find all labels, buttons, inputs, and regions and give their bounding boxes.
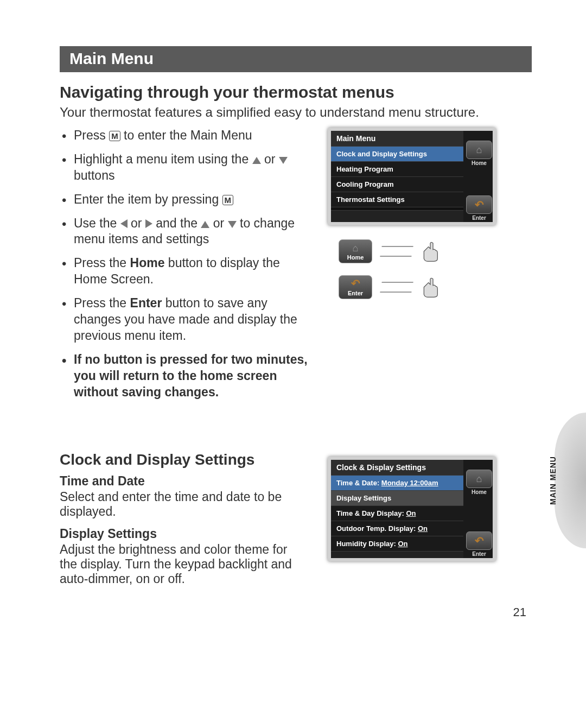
home-button: ⌂ Home (464, 141, 494, 166)
subsection-title: Navigating through your thermostat menus (60, 83, 532, 102)
text: to enter the Main Menu (124, 128, 252, 142)
home-icon: ⌂ (476, 145, 482, 155)
home-button: ⌂ Home (464, 470, 494, 495)
thermostat-main-menu-screenshot: ⌂ Home ↶ Enter Main Menu Clock and Displ… (328, 128, 496, 225)
text: Press the (74, 256, 130, 270)
list-item: Press M to enter the Main Menu (60, 128, 315, 144)
button-label: Enter (472, 551, 486, 557)
value: On (398, 540, 407, 548)
list-item: Use the or and the or to change menu ite… (60, 216, 315, 248)
value: On (406, 509, 416, 517)
motion-lines-icon (380, 246, 413, 257)
enter-button: ↶ Enter (464, 195, 494, 221)
value: On (418, 524, 428, 533)
text: Highlight a menu item using the (74, 152, 252, 166)
label: Outdoor Temp. Display: (336, 524, 418, 533)
button-label: Enter (472, 215, 486, 221)
lead-paragraph: Your thermostat features a simplified ea… (60, 105, 532, 120)
label: Time & Date: (336, 479, 381, 487)
button-label: Home (472, 489, 487, 495)
text: or (213, 216, 228, 230)
text-bold: Home (130, 256, 165, 270)
text: Press the (74, 296, 130, 310)
enter-button-illustration: ↶ Enter (339, 275, 501, 299)
menu-item: Thermostat Settings (331, 192, 463, 207)
menu-subheader: Display Settings (331, 490, 463, 505)
list-item: Enter the item by pressing M (60, 192, 315, 208)
menu-item: Cooling Program (331, 176, 463, 192)
list-item-emphasis: If no button is pressed for two minutes,… (60, 352, 315, 401)
list-item: Press the Enter button to save any chang… (60, 295, 315, 344)
triangle-down-icon (279, 157, 288, 164)
side-thumb-tab: MAIN MENU (555, 413, 586, 548)
text: Use the (74, 216, 120, 230)
triangle-up-icon (201, 221, 209, 228)
pointing-hand-icon (421, 276, 440, 298)
text-column: Clock and Display Settings Time and Date… (60, 424, 315, 594)
menu-item-selected: Time & Date: Monday 12:00am (331, 475, 463, 490)
subsection-heading: Time and Date (60, 474, 315, 489)
button-label: Home (347, 254, 364, 261)
text: buttons (74, 168, 114, 182)
text-bold: Enter (130, 296, 162, 310)
triangle-up-icon (252, 157, 261, 164)
triangle-down-icon (228, 221, 237, 228)
instruction-list: Press M to enter the Main Menu Highlight… (60, 128, 315, 400)
text: and the (156, 216, 201, 230)
manual-page: Main Menu Navigating through your thermo… (0, 0, 586, 728)
section-title: Clock and Display Settings (60, 451, 315, 469)
enter-button-cap: ↶ Enter (339, 275, 372, 299)
home-button-illustration: ⌂ Home (339, 239, 501, 263)
undo-arrow-icon: ↶ (475, 535, 484, 546)
undo-arrow-icon: ↶ (475, 199, 484, 210)
text: Enter the item by pressing (74, 192, 222, 206)
undo-arrow-icon: ↶ (339, 278, 372, 289)
menu-item-selected: Clock and Display Settings (331, 146, 463, 161)
screen-title: Main Menu (331, 131, 463, 146)
clock-display-section: Clock and Display Settings Time and Date… (60, 424, 532, 594)
text: Press (74, 128, 109, 142)
body-text: Select and enter the time and date to be… (60, 490, 298, 519)
list-item: Press the Home button to display the Hom… (60, 255, 315, 288)
footer-row (331, 210, 463, 222)
screen-title: Clock & Display Settings (331, 460, 463, 475)
menu-item: Outdoor Temp. Display: On (331, 521, 463, 536)
home-icon: ⌂ (476, 474, 482, 484)
illustration-column: ⌂ Home ↶ Enter Clock & Display Settings … (328, 424, 501, 561)
motion-lines-icon (380, 282, 413, 293)
text: or (264, 152, 279, 166)
text: or (131, 216, 145, 230)
value: Monday 12:00am (381, 479, 438, 487)
menu-item: Time & Day Display: On (331, 505, 463, 521)
button-press-illustration: ⌂ Home ↶ Enter (339, 239, 501, 299)
thermostat-clock-display-screenshot: ⌂ Home ↶ Enter Clock & Display Settings … (328, 457, 496, 561)
enter-button: ↶ Enter (464, 531, 494, 557)
button-label: Enter (348, 290, 363, 296)
instruction-column: Press M to enter the Main Menu Highlight… (60, 128, 315, 408)
two-column-layout: Press M to enter the Main Menu Highlight… (60, 128, 532, 408)
footer-row (331, 551, 463, 558)
button-label: Home (472, 160, 487, 166)
body-text: Adjust the brightness and color theme fo… (60, 542, 298, 586)
m-key-icon: M (222, 195, 234, 205)
label: Humidity Display: (336, 540, 398, 548)
pointing-hand-icon (421, 240, 440, 262)
triangle-left-icon (120, 219, 128, 228)
home-button-cap: ⌂ Home (339, 239, 372, 263)
side-tab-label: MAIN MENU (549, 456, 557, 505)
triangle-right-icon (145, 219, 152, 228)
m-key-icon: M (109, 131, 120, 141)
page-number: 21 (513, 605, 526, 619)
list-item: Highlight a menu item using the or butto… (60, 151, 315, 184)
menu-item: Humidity Display: On (331, 536, 463, 551)
subsection-heading: Display Settings (60, 527, 315, 541)
illustration-column: ⌂ Home ↶ Enter Main Menu Clock and Displ… (328, 128, 501, 311)
label: Time & Day Display: (336, 509, 406, 517)
menu-item: Heating Program (331, 161, 463, 176)
section-heading-bar: Main Menu (60, 46, 532, 72)
home-icon: ⌂ (339, 243, 372, 253)
